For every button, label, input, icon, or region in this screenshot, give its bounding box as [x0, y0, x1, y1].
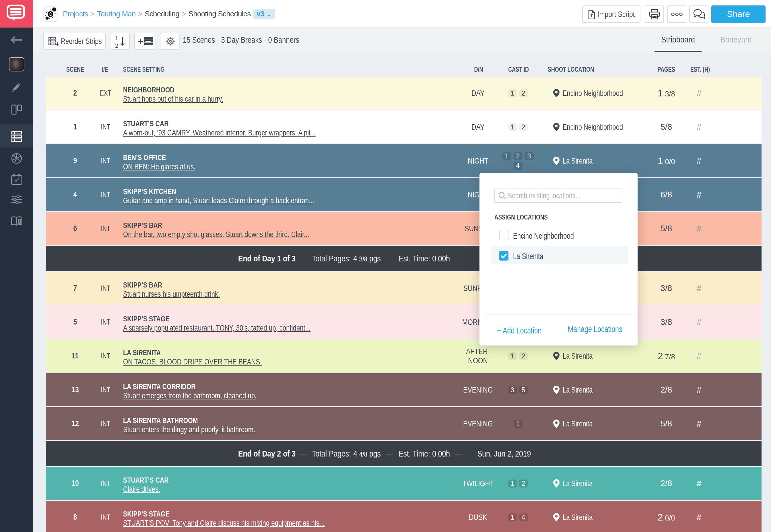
svg-text:i: i [19, 219, 20, 224]
